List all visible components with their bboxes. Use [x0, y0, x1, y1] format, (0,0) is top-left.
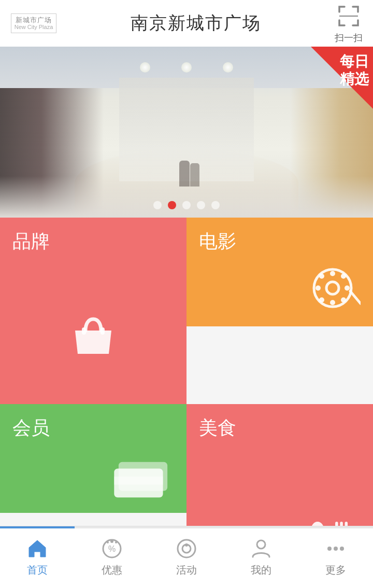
nav-mine[interactable]: 我的 [224, 537, 298, 577]
home-icon [26, 537, 49, 560]
svg-point-25 [110, 540, 113, 543]
food-label: 美食 [199, 415, 236, 441]
svg-point-31 [257, 540, 265, 549]
page-title: 南京新城市广场 [131, 11, 261, 35]
nav-home[interactable]: 首页 [0, 537, 75, 577]
person-icon [250, 537, 272, 560]
dot-1[interactable] [153, 201, 162, 209]
member-label: 会员 [12, 415, 50, 441]
brand-label: 品牌 [12, 229, 50, 254]
svg-line-13 [350, 291, 361, 304]
svg-point-5 [330, 271, 335, 276]
svg-rect-2 [101, 327, 105, 335]
svg-point-7 [315, 285, 321, 291]
nav-more-label: 更多 [325, 563, 346, 577]
svg-point-10 [341, 274, 346, 279]
dot-4[interactable] [197, 201, 205, 209]
more-icon [324, 537, 347, 560]
brand-tile[interactable]: 品牌 [0, 218, 187, 404]
svg-point-26 [107, 541, 109, 543]
svg-point-34 [340, 547, 344, 551]
svg-text:%: % [108, 544, 116, 553]
movie-tile[interactable]: 电影 [187, 218, 373, 326]
dot-3[interactable] [182, 201, 191, 209]
brand-icon [62, 305, 124, 367]
header: 新城市广场 New City Plaza 南京新城市广场 扫一扫 [0, 0, 373, 47]
member-tile[interactable]: 会员 [0, 404, 187, 513]
nav-discount-label: 优惠 [102, 563, 122, 577]
bottom-nav: 首页 % 优惠 活动 [0, 526, 373, 588]
movie-label: 电影 [199, 229, 236, 254]
nav-home-label: 首页 [27, 563, 48, 577]
dot-2[interactable] [168, 201, 176, 209]
nav-activity-label: 活动 [176, 563, 197, 577]
svg-point-4 [326, 282, 339, 294]
banner[interactable]: 每日 精选 [0, 47, 373, 218]
svg-point-30 [185, 543, 188, 547]
svg-point-28 [178, 540, 195, 557]
svg-rect-16 [114, 477, 163, 484]
svg-rect-1 [82, 327, 86, 335]
nav-activity[interactable]: 活动 [149, 537, 224, 577]
banner-dots [153, 201, 220, 209]
logo-line2: New City Plaza [15, 24, 53, 31]
scan-icon [335, 3, 362, 30]
svg-point-12 [341, 297, 346, 303]
discount-icon: % [101, 537, 123, 560]
dot-5[interactable] [211, 201, 220, 209]
svg-point-32 [327, 547, 332, 551]
logo-line1: 新城市广场 [15, 16, 53, 24]
svg-point-8 [345, 285, 350, 291]
scan-label: 扫一扫 [335, 32, 363, 44]
svg-point-9 [319, 274, 324, 279]
logo: 新城市广场 New City Plaza [10, 13, 57, 34]
scan-button[interactable]: 扫一扫 [335, 3, 363, 44]
svg-point-33 [334, 547, 338, 551]
svg-point-27 [115, 541, 117, 543]
nav-mine-label: 我的 [251, 563, 271, 577]
nav-more[interactable]: 更多 [298, 537, 373, 577]
daily-badge-text: 每日 精选 [340, 53, 369, 88]
activity-icon [175, 537, 198, 560]
svg-point-6 [330, 300, 335, 305]
nav-discount[interactable]: % 优惠 [75, 537, 149, 577]
member-icon [112, 459, 174, 500]
svg-point-11 [319, 297, 324, 303]
movie-icon [309, 262, 361, 314]
